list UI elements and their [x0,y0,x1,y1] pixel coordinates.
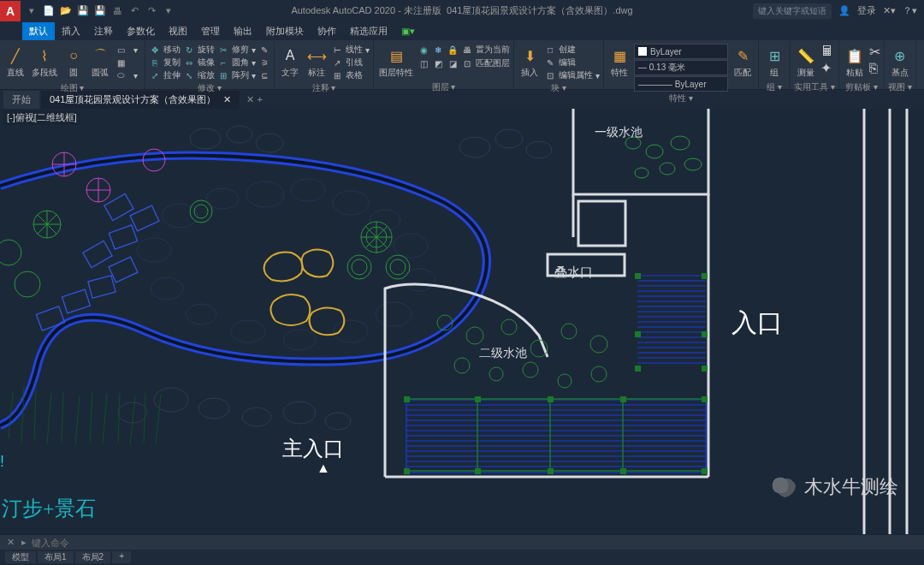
point-icon[interactable]: ✦ [820,60,834,76]
leader-icon[interactable]: ↗ [331,56,343,68]
group-button[interactable]: ⊞组 [762,44,786,80]
user-icon[interactable]: 👤 [838,5,850,16]
label-pool1: 一级水池 [595,126,643,139]
qat-dropdown-icon[interactable]: ▾ [161,3,176,19]
linetype-combo[interactable]: ———— ByLayer [634,76,728,92]
explode-icon[interactable]: ⚞ [258,56,270,68]
plot-icon[interactable]: 🖶 [110,3,125,19]
insert-block-button[interactable]: ⬇插入 [518,44,542,80]
basepoint-button[interactable]: ⊕基点 [888,44,912,80]
panel-view[interactable]: 视图 ▾ [888,80,912,94]
tab-collab[interactable]: 协作 [311,25,343,38]
layer-freeze-icon[interactable]: ❄ [432,44,444,56]
measure-button[interactable]: 📏测量 [794,44,818,80]
color-combo[interactable]: ByLayer [634,44,728,59]
layer-props-button[interactable]: ▤图层特性 [377,44,415,80]
svg-rect-128 [635,366,641,372]
text-button[interactable]: A文字 [278,44,302,80]
edit-block-icon[interactable]: ✎ [544,56,556,68]
rotate-icon[interactable]: ↻ [183,44,195,56]
panel-utilities[interactable]: 实用工具 ▾ [794,80,835,94]
label-entrance: 入口 [732,308,783,336]
offset-icon[interactable]: ⊆ [258,69,270,81]
layer-plot-icon[interactable]: 🖶 [461,44,473,56]
panel-properties[interactable]: 特性 ▾ [607,92,755,105]
help-search-input[interactable]: 键入关键字或短语 [753,3,832,19]
circle-button[interactable]: ○圆 [62,44,86,80]
copy-icon[interactable]: ⎘ [149,56,161,68]
calc-icon[interactable]: 🖩 [820,44,834,59]
tab-output[interactable]: 输出 [227,25,259,38]
tab-parametric[interactable]: 参数化 [120,25,162,38]
scale-icon[interactable]: ⤡ [183,69,195,81]
block-attr-icon[interactable]: ⊡ [544,69,556,81]
properties-button[interactable]: ▦特性 [607,44,631,80]
tab-annotate[interactable]: 注释 [87,25,120,38]
tab-insert[interactable]: 插入 [55,25,87,38]
stretch-icon[interactable]: ⤢ [149,69,161,81]
tab-manage[interactable]: 管理 [194,25,227,38]
command-line[interactable]: ✕ ▸ [0,534,924,550]
mirror-icon[interactable]: ⇔ [183,56,195,68]
command-input[interactable] [32,538,924,548]
line-button[interactable]: ╱直线 [3,44,27,80]
panel-group[interactable]: 组 ▾ [762,80,786,94]
saveas-icon[interactable]: 💾 [92,3,108,19]
layout2-tab[interactable]: 布局2 [75,551,111,563]
rect-icon[interactable]: ▭ [115,44,127,56]
panel-draw[interactable]: 绘图 ▾ [3,81,141,95]
open-icon[interactable]: 📂 [58,3,74,19]
panel-annotation[interactable]: 注释 ▾ [278,81,370,95]
tab-default[interactable]: 默认 [22,22,55,40]
svg-point-4 [198,398,229,419]
erase-icon[interactable]: ✎ [258,44,270,56]
linear-dim-icon[interactable]: ⊢ [331,44,343,56]
hatch-icon[interactable]: ▦ [115,56,127,68]
panel-modify[interactable]: 修改 ▾ [149,81,270,95]
polyline-button[interactable]: ⌇多段线 [30,44,59,80]
tab-overflow-icon[interactable]: ▣▾ [394,26,422,37]
paste-button[interactable]: 📋粘贴 [843,44,867,80]
layer-off-icon[interactable]: ◉ [418,44,429,56]
layer-match-icon[interactable]: ◫ [418,57,429,69]
tab-view[interactable]: 视图 [162,25,194,38]
ellipse-icon[interactable]: ⬭ [115,69,127,81]
new-tab-button[interactable]: ✕ + [241,94,267,105]
lineweight-combo[interactable]: — 0.13 毫米 [634,60,728,75]
panel-clipboard[interactable]: 剪贴板 ▾ [843,80,880,94]
panel-layers[interactable]: 图层 ▾ [377,80,510,94]
label-mark: ! [0,453,4,470]
qat-menu-icon[interactable]: ▾ [24,3,39,19]
exchange-icon[interactable]: ✕▾ [883,5,896,16]
cut-icon[interactable]: ✂ [869,44,880,60]
panel-block[interactable]: 块 ▾ [518,81,600,95]
array-icon[interactable]: ⊞ [217,69,229,81]
create-block-icon[interactable]: □ [544,44,556,56]
viewport-label[interactable]: [-]俯视[二维线框] [3,110,80,125]
tab-featured[interactable]: 精选应用 [343,25,394,38]
copy-clip-icon[interactable]: ⎘ [869,61,880,76]
trim-icon[interactable]: ✂ [217,44,229,56]
login-link[interactable]: 登录 [857,4,876,17]
close-tab-icon[interactable]: ✕ [223,94,231,104]
table-icon[interactable]: ⊞ [331,69,343,81]
tab-addins[interactable]: 附加模块 [259,25,311,38]
move-icon[interactable]: ✥ [149,44,161,56]
dim-button[interactable]: ⟷标注 [305,44,329,80]
app-logo[interactable]: A [0,1,21,21]
help-icon[interactable]: ？▾ [903,4,917,17]
svg-line-60 [75,396,80,445]
save-icon[interactable]: 💾 [75,3,91,19]
layout1-tab[interactable]: 布局1 [38,551,74,563]
arc-button[interactable]: ⌒圆弧 [88,44,112,80]
undo-icon[interactable]: ↶ [127,3,142,19]
model-tab[interactable]: 模型 [5,551,36,563]
cmd-close-icon[interactable]: ✕ [7,537,15,548]
layer-lock-icon[interactable]: 🔒 [447,44,459,56]
add-layout-button[interactable]: + [112,551,131,563]
new-icon[interactable]: 📄 [41,3,56,19]
redo-icon[interactable]: ↷ [144,3,159,19]
match-props-button[interactable]: ✎匹配 [731,44,755,80]
fillet-icon[interactable]: ⌐ [217,56,229,68]
drawing-canvas[interactable]: [-]俯视[二维线框] [0,109,924,534]
